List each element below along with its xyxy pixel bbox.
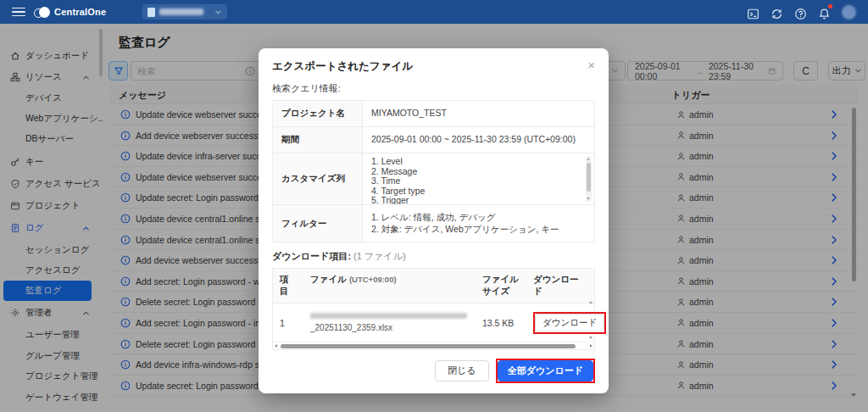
file-name-cell: _20251130_2359.xlsx [303,313,476,332]
close-icon[interactable]: × [587,59,595,70]
annotation-highlight: 全部ダウンロード [496,359,595,383]
download-cell: ダウンロード [526,312,594,334]
info-row-period: 期間 2025-09-01 00:00 ~ 2025-11-30 23:59 (… [273,127,594,153]
file-size: 13.5 KB [476,318,526,328]
close-button[interactable]: 閉じる [435,360,489,381]
scrollbar-down-arrow[interactable] [589,337,593,339]
query-info-label: 検索クエリ情報: [272,82,595,95]
column-header-filesize: ファイルサイズ [476,269,526,303]
hamburger-menu-icon[interactable] [12,8,25,17]
file-index: 1 [273,318,303,328]
brand-logo-icon [39,7,50,18]
columns-scrollbar[interactable] [586,156,592,202]
user-avatar[interactable] [842,5,856,19]
brand-name: CentralOne [54,7,106,17]
help-icon[interactable] [794,6,807,19]
project-name-value: MIYAMOTO_TEST [363,101,594,126]
filename-blurred [310,313,467,319]
download-items-label: ダウンロード項目: (1 ファイル) [272,250,595,263]
filter-label: フィルター [273,205,363,242]
console-icon[interactable] [747,6,760,19]
info-row-filter: フィルター 1. レベル: 情報, 成功, デバッグ 2. 対象: デバイス, … [273,205,594,242]
notification-badge [828,4,832,8]
customized-columns-label: カスタマイズ列 [273,153,363,204]
project-selector[interactable] [142,4,227,19]
query-info-table: プロジェクト名 MIYAMOTO_TEST 期間 2025-09-01 00:0… [272,100,595,242]
exported-files-modal: エクスポートされたファイル × 検索クエリ情報: プロジェクト名 MIYAMOT… [259,48,609,393]
notifications-bell-icon[interactable] [818,6,831,19]
download-button[interactable]: ダウンロード [535,314,604,332]
annotation-highlight: ダウンロード [533,312,606,334]
column-header-download: ダウンロード [526,269,594,303]
info-row-columns: カスタマイズ列 1. Level 2. Message 3. Time 4. T… [273,153,594,205]
sync-icon[interactable] [771,6,783,19]
project-icon [147,8,155,17]
project-name-label: プロジェクト名 [273,101,363,126]
period-label: 期間 [273,127,363,153]
files-table: 項目 ファイル (UTC+09:00) ファイルサイズ ダウンロード 1 _20… [272,268,595,350]
filter-value: 1. レベル: 情報, 成功, デバッグ 2. 対象: デバイス, Webアプリ… [363,205,594,242]
scrollbar-up-arrow[interactable] [589,301,593,303]
filename-line2: _20251130_2359.xlsx [310,323,469,332]
column-header-file: ファイル (UTC+09:00) [303,269,476,303]
chevron-down-icon [214,8,222,16]
column-header-item: 項目 [273,269,303,303]
modal-title: エクスポートされたファイル [272,59,413,74]
period-value: 2025-09-01 00:00 ~ 2025-11-30 23:59 (UTC… [363,127,594,153]
project-name-blurred [159,8,203,15]
files-table-header: 項目 ファイル (UTC+09:00) ファイルサイズ ダウンロード [273,269,594,303]
info-row-project: プロジェクト名 MIYAMOTO_TEST [273,101,594,127]
files-horizontal-scrollbar[interactable] [273,342,594,349]
navbar-actions [747,5,856,19]
customized-columns-list[interactable]: 1. Level 2. Message 3. Time 4. Target ty… [363,153,594,204]
app-window: CentralOne ダッシュボード リソース デバイス Webアプリケーシ..… [0,0,868,412]
download-all-button[interactable]: 全部ダウンロード [498,360,593,381]
top-navbar: CentralOne [0,0,868,24]
modal-footer: 閉じる 全部ダウンロード [272,359,595,383]
file-row: 1 _20251130_2359.xlsx 13.5 KB ダウンロード [273,303,594,342]
brand-logo: CentralOne [39,7,106,18]
